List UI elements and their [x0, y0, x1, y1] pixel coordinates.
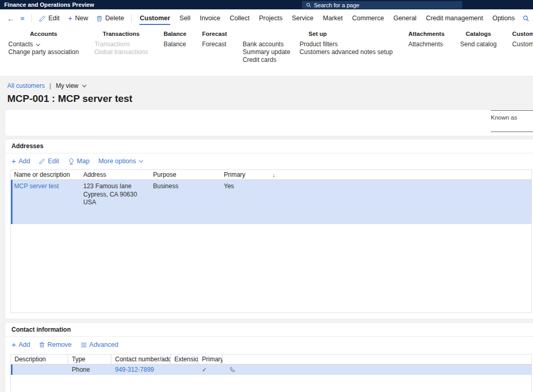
tab-invoice[interactable]: Invoice [195, 9, 225, 27]
summary-update-button[interactable]: Summary update [243, 48, 290, 56]
send-catalog-button[interactable]: Send catalog [460, 41, 497, 48]
tab-credit-management[interactable]: Credit management [421, 9, 488, 27]
top-navigation-bar: Finance and Operations Preview Search fo… [0, 0, 533, 9]
contact-row[interactable]: Phone 949-312-7899 ✓ [11, 364, 531, 375]
contacts-menu-button[interactable]: Contacts [8, 41, 79, 48]
column-header-name-or-description[interactable]: Name or description [11, 170, 80, 179]
edit-button[interactable]: Edit [35, 9, 64, 27]
ribbon-group-transactions: Transactions Transactions Global transac… [92, 31, 150, 76]
column-header-primary[interactable]: Primary ↓ [221, 170, 531, 179]
checkmark-icon: ✓ [202, 367, 207, 373]
plus-icon: + [68, 16, 73, 21]
contact-information-section-header: Contact information [5, 323, 533, 337]
ribbon-group-attachments: Attachments Attachments [406, 31, 447, 76]
balance-button[interactable]: Balance [163, 41, 186, 48]
advanced-button[interactable]: Advanced [81, 341, 119, 348]
trash-icon [39, 342, 45, 348]
bank-accounts-button[interactable]: Bank accounts [243, 41, 290, 48]
grid-empty-area [11, 375, 531, 392]
list-icon [81, 342, 87, 348]
tab-customer[interactable]: Customer [135, 9, 174, 27]
tab-market[interactable]: Market [318, 9, 347, 27]
column-header-contact-number-address[interactable]: Contact number/address [111, 355, 171, 364]
tab-options[interactable]: Options [488, 9, 519, 27]
tab-sell[interactable]: Sell [175, 9, 195, 27]
add-address-button[interactable]: + Add [11, 158, 30, 165]
ribbon-group-balance: Balance Balance [161, 31, 188, 76]
customers-advanced-notes-setup-button[interactable]: Customers advanced notes setup [300, 48, 393, 56]
breadcrumb-all-customers-link[interactable]: All customers [7, 82, 45, 89]
addresses-toolbar: + Add Edit Map More options [5, 153, 533, 169]
phone-icon [229, 367, 236, 373]
column-header-purpose[interactable]: Purpose [150, 170, 221, 179]
address-row[interactable]: MCP server test 123 Famous lane Cypress,… [11, 180, 531, 224]
product-filters-button[interactable]: Product filters [300, 41, 393, 48]
contact-grid-header: Description Type Contact number/address … [11, 355, 531, 364]
column-header-address[interactable]: Address [80, 170, 150, 179]
ribbon-group-accounts: Accounts Contacts Change party associati… [6, 31, 81, 76]
chevron-down-icon [82, 83, 86, 87]
map-pin-icon [68, 158, 74, 165]
transactions-button: Transactions [94, 41, 148, 48]
details-panel: Known as [5, 110, 533, 136]
column-header-extension[interactable]: Extension [171, 355, 198, 364]
extension-cell [171, 364, 198, 375]
addresses-section: Addresses + Add Edit Map More options Na… [5, 139, 533, 319]
customer-service-button[interactable]: Customer service [512, 41, 533, 48]
global-search-box[interactable]: Search for a page [302, 1, 462, 9]
back-icon[interactable]: ← [5, 14, 17, 23]
grid-empty-area [11, 224, 531, 312]
new-button[interactable]: + New [64, 9, 93, 27]
contact-number-cell: 949-312-7899 [111, 364, 171, 375]
ribbon-group-set-up: Set up Bank accounts Summary update Cred… [240, 31, 395, 76]
hamburger-menu-icon[interactable]: ≡ [17, 15, 28, 22]
forecast-button[interactable]: Forecast [202, 41, 227, 48]
known-as-input[interactable] [491, 124, 533, 132]
chevron-down-icon [36, 42, 40, 46]
purpose-cell: Business [150, 180, 221, 224]
addresses-section-header: Addresses [5, 139, 533, 153]
field-divider [491, 110, 533, 111]
chevron-down-icon [139, 158, 143, 162]
trash-icon [96, 15, 103, 22]
credit-cards-button[interactable]: Credit cards [243, 56, 290, 64]
breadcrumb: All customers | My view [7, 82, 533, 89]
tab-general[interactable]: General [389, 9, 421, 27]
divider [131, 14, 132, 22]
contact-toolbar: + Add Remove Advanced [5, 337, 533, 352]
ribbon-group-forecast: Forecast Forecast [200, 31, 229, 76]
tab-projects[interactable]: Projects [254, 9, 287, 27]
view-selector[interactable]: My view [56, 82, 85, 89]
map-button[interactable]: Map [68, 158, 90, 165]
global-transactions-button: Global transactions [94, 48, 148, 56]
add-contact-button[interactable]: + Add [11, 341, 30, 348]
change-party-association-button[interactable]: Change party association [8, 48, 79, 56]
contact-information-section: Contact information + Add Remove Advance… [5, 323, 533, 392]
tab-commerce[interactable]: Commerce [348, 9, 389, 27]
primary-cell: Yes [221, 180, 531, 224]
tab-collect[interactable]: Collect [225, 9, 254, 27]
column-header-primary[interactable]: Primary ↓ [198, 355, 223, 364]
page-title: MCP-001 : MCP server test [7, 93, 533, 104]
delete-button[interactable]: Delete [92, 9, 128, 27]
contact-number-link[interactable]: 949-312-7899 [115, 366, 154, 373]
divider [31, 14, 32, 22]
address-name-link[interactable]: MCP server test [14, 182, 59, 190]
action-pane: ← ≡ Edit + New Delete Customer Sell Invo… [0, 9, 533, 27]
contact-grid: Description Type Contact number/address … [10, 354, 532, 392]
remove-contact-button[interactable]: Remove [39, 341, 72, 348]
action-pane-search-icon[interactable] [523, 15, 529, 22]
pencil-icon [39, 15, 46, 22]
ribbon-group-customer-service: Customer service Customer service [510, 31, 533, 76]
primary-check-cell: ✓ [198, 364, 223, 375]
more-options-button[interactable]: More options [98, 158, 143, 165]
sort-descending-icon: ↓ [272, 170, 275, 179]
tab-service[interactable]: Service [287, 9, 319, 27]
plus-icon: + [11, 159, 16, 164]
column-header-type[interactable]: Type [68, 355, 111, 364]
known-as-field: Known as [485, 110, 533, 136]
search-icon [306, 3, 311, 8]
column-header-description[interactable]: Description [11, 355, 68, 364]
edit-address-button[interactable]: Edit [39, 158, 59, 165]
attachments-button[interactable]: Attachments [408, 41, 445, 48]
